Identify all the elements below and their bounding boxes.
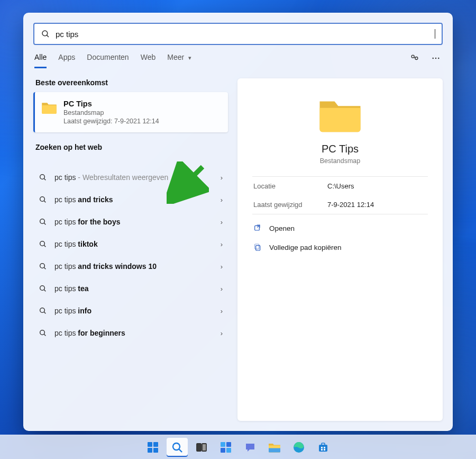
svg-rect-27 (148, 442, 152, 447)
taskbar-start[interactable] (142, 438, 163, 457)
taskbar-chat[interactable] (240, 438, 261, 457)
preview-row-key: Laatst gewijzigd (253, 201, 327, 209)
svg-point-21 (40, 330, 45, 335)
more-options-button[interactable] (430, 52, 442, 64)
svg-rect-41 (322, 443, 325, 445)
svg-line-22 (44, 334, 45, 336)
svg-line-32 (179, 449, 182, 452)
tab-all[interactable]: Alle (34, 53, 47, 68)
web-result-label: pc tips tea (54, 284, 89, 293)
svg-rect-44 (321, 449, 323, 451)
best-match-item[interactable]: PC Tips Bestandsmap Laatst gewijzigd: 7-… (33, 92, 228, 132)
search-panel: Alle Apps Documenten Web Meer ▾ (23, 13, 453, 431)
svg-point-13 (40, 241, 45, 246)
web-result-item[interactable]: pc tips tiktok› (33, 233, 228, 255)
svg-point-9 (40, 197, 45, 202)
chevron-right-icon: › (221, 240, 223, 248)
section-web: Zoeken op het web (33, 143, 228, 151)
copy-icon (253, 243, 262, 251)
search-icon (39, 262, 47, 271)
tab-label: Meer (167, 53, 184, 61)
search-icon (39, 284, 47, 293)
svg-point-11 (40, 219, 45, 224)
svg-rect-33 (197, 444, 201, 451)
svg-line-20 (44, 312, 45, 313)
chevron-right-icon: › (221, 329, 223, 337)
svg-line-16 (44, 267, 45, 269)
svg-line-12 (44, 223, 45, 224)
taskbar-task-view[interactable] (191, 438, 212, 457)
search-icon (41, 29, 50, 39)
taskbar-file-explorer[interactable] (264, 438, 285, 457)
taskbar-widgets[interactable] (215, 438, 236, 457)
chevron-right-icon: › (221, 307, 223, 315)
tab-label: Alle (34, 53, 47, 61)
web-result-item[interactable]: pc tips for the boys› (33, 211, 228, 233)
svg-rect-35 (221, 442, 225, 447)
web-result-label: pc tips tiktok (54, 240, 98, 248)
svg-rect-42 (321, 447, 323, 448)
preview-row-key: Locatie (253, 182, 327, 190)
tab-label: Web (141, 53, 156, 61)
best-match-subtitle: Bestandsmap (63, 109, 159, 116)
best-match-title: PC Tips (63, 100, 159, 108)
action-label: Openen (269, 224, 295, 232)
svg-point-3 (415, 57, 418, 60)
svg-line-8 (44, 178, 45, 180)
preview-row-value: C:\Users (327, 182, 354, 190)
svg-point-5 (435, 58, 437, 59)
preview-subtitle: Bestandsmap (252, 157, 428, 165)
action-open[interactable]: Openen (252, 219, 428, 238)
folder-icon (41, 101, 57, 114)
web-result-item[interactable]: pc tips and tricks windows 10› (33, 255, 228, 277)
results-column: Beste overeenkomst PC Tips Bestandsmap L… (33, 78, 228, 421)
text-cursor (435, 29, 435, 39)
web-result-item[interactable]: pc tips and tricks› (33, 188, 228, 211)
chevron-right-icon: › (221, 218, 223, 226)
action-copy-path[interactable]: Volledige pad kopiëren (252, 238, 428, 257)
tab-documents[interactable]: Documenten (87, 53, 129, 68)
taskbar (0, 435, 476, 459)
taskbar-store[interactable] (313, 438, 334, 457)
svg-line-10 (44, 201, 45, 202)
search-icon (39, 329, 47, 337)
svg-point-7 (40, 175, 45, 179)
svg-point-31 (173, 443, 180, 450)
svg-point-17 (40, 286, 45, 291)
web-result-item[interactable]: pc tips tea› (33, 277, 228, 300)
svg-rect-24 (256, 246, 260, 250)
divider (252, 214, 428, 214)
svg-line-1 (47, 35, 49, 37)
preview-row-value: 7-9-2021 12:14 (327, 201, 374, 209)
search-box[interactable] (33, 23, 443, 45)
web-result-item[interactable]: pc tips - Webresultaten weergeven› (33, 166, 228, 188)
web-results-list: pc tips - Webresultaten weergeven›pc tip… (33, 166, 228, 344)
svg-rect-28 (153, 442, 158, 447)
web-result-label: pc tips and tricks (54, 195, 113, 204)
svg-point-0 (42, 31, 48, 36)
search-input[interactable] (56, 30, 435, 39)
taskbar-edge[interactable] (288, 438, 309, 457)
web-result-item[interactable]: pc tips info› (33, 300, 228, 322)
chevron-down-icon: ▾ (188, 55, 191, 61)
taskbar-search[interactable] (167, 438, 188, 457)
tab-apps[interactable]: Apps (58, 53, 75, 68)
tab-more[interactable]: Meer ▾ (167, 53, 191, 68)
web-result-label: pc tips info (54, 307, 91, 315)
web-result-label: pc tips - Webresultaten weergeven (54, 173, 168, 182)
svg-rect-40 (319, 445, 327, 452)
search-icon (39, 218, 47, 226)
tab-web[interactable]: Web (141, 53, 156, 68)
svg-point-6 (438, 58, 440, 59)
svg-rect-30 (153, 448, 158, 453)
filter-tabs-row: Alle Apps Documenten Web Meer ▾ (24, 45, 452, 69)
search-icon (39, 195, 47, 204)
web-result-item[interactable]: pc tips for beginners› (33, 322, 228, 344)
svg-rect-34 (202, 444, 206, 451)
quick-searches-button[interactable] (409, 52, 420, 64)
svg-rect-25 (255, 244, 259, 249)
web-result-label: pc tips for beginners (54, 329, 125, 337)
folder-icon-large (318, 95, 362, 133)
chevron-right-icon: › (221, 263, 223, 271)
svg-point-15 (40, 264, 45, 268)
